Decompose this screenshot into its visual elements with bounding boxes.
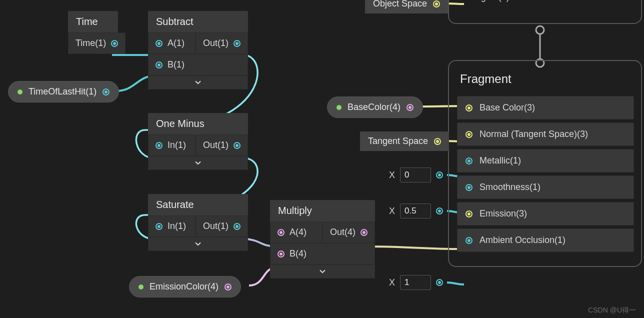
value-input[interactable]	[400, 204, 431, 218]
chevron-down-icon	[194, 240, 202, 248]
node-title: Saturate	[148, 194, 248, 216]
port-label: In(1)	[168, 221, 186, 232]
space-selector-object[interactable]: Object Space	[365, 0, 448, 14]
inline-value-metallic[interactable]: X	[389, 168, 443, 182]
chevron-down-icon	[194, 78, 202, 87]
port-dot-icon	[224, 284, 232, 290]
node-time[interactable]: Time Time(1)	[68, 11, 118, 54]
property-base-color[interactable]: BaseColor(4)	[327, 96, 423, 118]
port-dot-icon	[156, 40, 162, 47]
port-dot-icon	[436, 279, 443, 286]
x-label: X	[389, 170, 395, 180]
port-in-a[interactable]: A(4)	[270, 222, 322, 243]
port-dot-icon	[156, 223, 162, 230]
port-out[interactable]: Out(1)	[196, 32, 248, 54]
port-label: Out(1)	[203, 38, 228, 48]
frag-input-emission[interactable]: Emission(3)	[457, 202, 634, 226]
port-in-a[interactable]: A(1)	[148, 32, 196, 54]
value-input[interactable]	[400, 275, 431, 290]
frag-input-metallic[interactable]: Metallic(1)	[457, 149, 634, 172]
inline-value-ao[interactable]: X	[389, 275, 443, 290]
port-dot-icon	[234, 142, 240, 149]
port-dot-icon	[360, 229, 368, 236]
port-out-time[interactable]: Time(1)	[68, 32, 126, 54]
port-dot-icon	[466, 158, 472, 164]
inline-value-smoothness[interactable]: X	[389, 204, 443, 218]
watermark: CSDN @U得一	[588, 306, 636, 315]
port-out[interactable]: Out(4)	[322, 222, 375, 243]
space-selector-tangent[interactable]: Tangent Space	[360, 132, 449, 151]
port-dot-icon	[436, 172, 443, 178]
fragment-block[interactable]: Fragment Base Color(3) Normal (Tangent S…	[448, 60, 642, 267]
port-label: Out(1)	[203, 221, 228, 232]
expand-toggle[interactable]	[270, 264, 375, 278]
input-label: Base Color(3)	[480, 102, 535, 113]
block-title: Fragment	[457, 70, 633, 93]
port-dot-icon	[436, 208, 443, 214]
port-dot-icon	[102, 88, 110, 96]
expand-toggle[interactable]	[148, 76, 248, 90]
node-one-minus[interactable]: One Minus In(1) Out(1)	[148, 113, 248, 170]
port-out[interactable]: Out(1)	[196, 216, 248, 237]
port-dot-icon	[433, 0, 440, 8]
port-label: B(4)	[290, 248, 306, 259]
port-label: A(4)	[290, 227, 306, 238]
port-dot-icon	[434, 138, 441, 145]
property-indicator-icon	[336, 105, 342, 110]
port-in[interactable]: In(1)	[148, 134, 196, 156]
property-indicator-icon	[18, 90, 22, 94]
selector-label: Tangent Space	[368, 136, 428, 146]
x-label: X	[389, 278, 395, 288]
property-time-of-last-hit[interactable]: TimeOfLastHit(1)	[8, 81, 119, 102]
pill-label: EmissionColor(4)	[150, 282, 218, 292]
node-multiply[interactable]: Multiply A(4) Out(4) B(4)	[270, 200, 375, 278]
frag-input-normal[interactable]: Normal (Tangent Space)(3)	[457, 122, 634, 146]
port-dot-icon	[234, 223, 240, 230]
port-dot-icon	[466, 237, 472, 244]
frag-input-smoothness[interactable]: Smoothness(1)	[457, 176, 634, 199]
frag-input-base-color[interactable]: Base Color(3)	[457, 96, 634, 120]
port-dot-icon	[156, 142, 162, 149]
port-in-b[interactable]: B(1)	[148, 54, 248, 76]
expand-toggle[interactable]	[148, 156, 248, 170]
property-indicator-icon	[138, 284, 144, 290]
node-title: One Minus	[148, 113, 248, 134]
input-label: Emission(3)	[480, 208, 527, 219]
port-dot-icon	[278, 250, 284, 258]
port-out[interactable]: Out(1)	[196, 134, 248, 156]
port-dot-icon	[278, 229, 284, 236]
svg-point-0	[536, 26, 544, 34]
value-input[interactable]	[400, 168, 431, 182]
port-label: Out(4)	[330, 227, 356, 238]
frag-input-ao[interactable]: Ambient Occlusion(1)	[457, 228, 634, 252]
port-dot-icon	[111, 40, 118, 47]
input-label: Tangent(3)	[466, 0, 510, 2]
port-dot-icon	[466, 184, 472, 191]
input-label: Metallic(1)	[480, 156, 521, 166]
frag-input-tangent[interactable]: Tangent(3)	[457, 0, 633, 2]
input-label: Smoothness(1)	[480, 182, 540, 192]
port-label: In(1)	[168, 140, 186, 150]
node-title: Multiply	[270, 200, 375, 222]
vertex-block-partial[interactable]: Tangent(3)	[448, 0, 642, 24]
port-dot-icon	[466, 210, 472, 218]
selector-label: Object Space	[373, 0, 427, 9]
pill-label: TimeOfLastHit(1)	[28, 86, 96, 97]
input-label: Normal (Tangent Space)(3)	[480, 129, 588, 140]
x-label: X	[389, 206, 395, 216]
node-subtract[interactable]: Subtract A(1) Out(1) B(1)	[148, 11, 248, 90]
port-in-b[interactable]: B(4)	[270, 243, 375, 264]
chevron-down-icon	[194, 158, 202, 168]
property-emission-color[interactable]: EmissionColor(4)	[129, 276, 241, 298]
pill-label: BaseColor(4)	[348, 102, 400, 112]
port-dot-icon	[156, 62, 162, 68]
port-label: Out(1)	[203, 140, 228, 150]
port-in[interactable]: In(1)	[148, 216, 196, 237]
expand-toggle[interactable]	[148, 237, 248, 251]
port-dot-icon	[406, 104, 414, 111]
node-title: Time	[68, 11, 118, 32]
port-label: A(1)	[168, 38, 184, 48]
port-dot-icon	[466, 104, 472, 112]
node-title: Subtract	[148, 11, 248, 32]
node-saturate[interactable]: Saturate In(1) Out(1)	[148, 194, 248, 251]
